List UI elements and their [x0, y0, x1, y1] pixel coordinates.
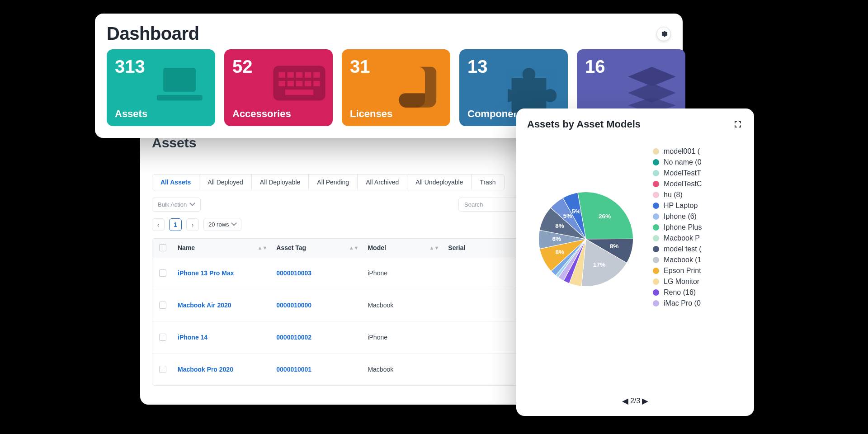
legend-item[interactable]: No name (0 [653, 158, 743, 166]
asset-tag-link[interactable]: 0000010001 [272, 357, 363, 382]
assets-table: Name▲▼ Asset Tag▲▼ Model▲▼ Serial Action… [152, 238, 571, 386]
tile-licenses[interactable]: 31Licenses [342, 49, 450, 126]
asset-model: iPhone [363, 325, 443, 350]
bulk-action-label: Bulk Action [158, 201, 187, 208]
legend-item[interactable]: ModelTestT [653, 169, 743, 177]
legend-color [653, 159, 659, 165]
col-name: Name▲▼ [173, 239, 272, 257]
pie-slice-label: 8% [556, 249, 565, 255]
legend-color [653, 246, 659, 252]
table-header: Name▲▼ Asset Tag▲▼ Model▲▼ Serial Action… [152, 239, 571, 257]
legend-color [653, 300, 659, 307]
legend-item[interactable]: model test ( [653, 245, 743, 253]
bulk-action-select[interactable]: Bulk Action [152, 198, 201, 212]
pie-slice-label: 8% [555, 222, 564, 229]
next-page-button[interactable]: › [186, 218, 199, 231]
tile-label: Licenses [350, 108, 392, 120]
tab-trash[interactable]: Trash [472, 175, 504, 190]
col-model: Model▲▼ [363, 239, 443, 257]
legend-item[interactable]: ModelTestC [653, 180, 743, 188]
asset-serial [443, 360, 517, 378]
sort-icon[interactable]: ▲▼ [349, 245, 359, 250]
rows-per-page-select[interactable]: 20 rows [203, 218, 241, 231]
asset-tag-link[interactable]: 0000010002 [272, 325, 363, 350]
tabs: All AssetsAll DeployedAll DeployableAll … [152, 174, 505, 190]
legend-label: ModelTestC [664, 180, 702, 188]
tab-all-archived[interactable]: All Archived [358, 175, 407, 190]
legend-page: 2/3 [630, 397, 640, 405]
fullscreen-button[interactable] [732, 119, 743, 130]
legend-color [653, 278, 659, 285]
legend-item[interactable]: Macbook P [653, 234, 743, 242]
row-checkbox[interactable] [159, 366, 166, 373]
tile-assets[interactable]: 313Assets [107, 49, 215, 126]
asset-tag-link[interactable]: 0000010003 [272, 260, 363, 286]
legend-item[interactable]: Epson Print [653, 267, 743, 275]
svg-rect-11 [305, 81, 311, 86]
asset-name-link[interactable]: Macbook Pro 2020 [173, 357, 272, 382]
page-number[interactable]: 1 [169, 218, 182, 231]
page-title: Dashboard [107, 24, 199, 44]
legend-item[interactable]: Macbook (1 [653, 256, 743, 264]
legend-item[interactable]: iMac Pro (0 [653, 299, 743, 307]
col-tag: Asset Tag▲▼ [272, 239, 363, 257]
asset-model: Macbook [363, 357, 443, 382]
search-placeholder: Search [464, 201, 483, 208]
legend-color [653, 224, 659, 231]
legend-next-button[interactable]: ▶ [642, 396, 648, 406]
legend-label: HP Laptop [664, 202, 698, 210]
legend-color [653, 192, 659, 198]
legend-item[interactable]: hu (8) [653, 191, 743, 199]
legend-item[interactable]: LG Monitor [653, 278, 743, 286]
asset-serial [443, 296, 517, 314]
asset-serial [443, 328, 517, 346]
legend-item[interactable]: Iphone Plus [653, 223, 743, 231]
pie-slice-label: 5% [563, 212, 572, 219]
pie-slice-label: 6% [552, 236, 561, 242]
svg-rect-13 [285, 90, 313, 95]
asset-tag-link[interactable]: 0000010000 [272, 292, 363, 318]
legend-label: model001 ( [664, 147, 700, 156]
toolbar: Bulk Action Search [152, 198, 571, 212]
chevron-down-icon [232, 222, 236, 227]
scroll-icon [390, 65, 444, 114]
asset-name-link[interactable]: iPhone 14 [173, 325, 272, 350]
sort-icon[interactable]: ▲▼ [429, 245, 439, 250]
asset-name-link[interactable]: iPhone 13 Pro Max [173, 260, 272, 286]
tab-all-assets[interactable]: All Assets [152, 175, 199, 190]
legend-prev-button[interactable]: ◀ [622, 396, 628, 406]
prev-page-button[interactable]: ‹ [152, 218, 165, 231]
legend-color [653, 181, 659, 187]
pie-slice-label: 17% [593, 261, 605, 268]
svg-rect-12 [313, 81, 320, 86]
legend-item[interactable]: HP Laptop [653, 202, 743, 210]
legend-color [653, 203, 659, 209]
legend-color [653, 268, 659, 274]
svg-rect-8 [278, 81, 285, 86]
legend-label: hu (8) [664, 191, 683, 199]
svg-rect-9 [288, 81, 294, 86]
select-all-checkbox[interactable] [159, 244, 166, 251]
pager: ‹ 1 › 20 rows [152, 218, 571, 231]
pie-chart: 26%8%17%8%6%8%5%5% [527, 187, 645, 307]
legend-item[interactable]: Iphone (6) [653, 212, 743, 221]
asset-name-link[interactable]: Macbook Air 2020 [173, 292, 272, 318]
row-checkbox[interactable] [159, 334, 166, 341]
table-row: Macbook Air 20200000010000Macbook [152, 289, 571, 321]
tab-all-undeployable[interactable]: All Undeployable [407, 175, 472, 190]
tile-accessories[interactable]: 52Accessories [224, 49, 333, 126]
svg-rect-4 [288, 72, 294, 78]
row-checkbox[interactable] [159, 302, 166, 309]
legend-color [653, 213, 659, 220]
legend-item[interactable]: Reno (16) [653, 288, 743, 297]
legend-label: Iphone (6) [664, 212, 697, 221]
svg-rect-0 [163, 68, 196, 92]
sort-icon[interactable]: ▲▼ [258, 245, 268, 250]
pie-slice-label: 5% [571, 208, 580, 215]
tab-all-deployable[interactable]: All Deployable [252, 175, 309, 190]
row-checkbox[interactable] [159, 269, 166, 277]
settings-button[interactable] [656, 27, 671, 41]
tab-all-deployed[interactable]: All Deployed [199, 175, 252, 190]
legend-item[interactable]: model001 ( [653, 147, 743, 156]
tab-all-pending[interactable]: All Pending [309, 175, 358, 190]
